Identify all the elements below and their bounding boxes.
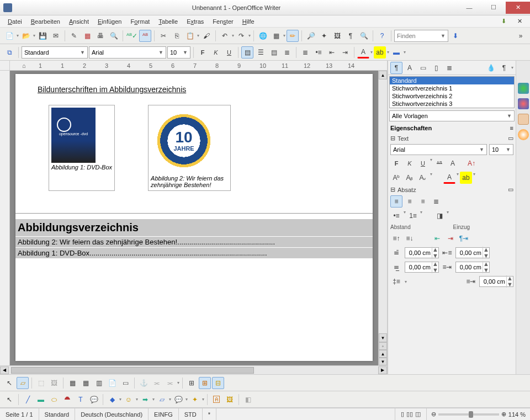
sb-italic-icon[interactable]: K xyxy=(404,157,416,169)
zoom-control[interactable]: ⊖ ⊕ 114 % xyxy=(427,411,530,418)
find-icon[interactable]: 🔎 xyxy=(305,30,317,42)
view-multi-icon[interactable]: ▯▯ xyxy=(406,411,413,418)
guides-icon[interactable]: ⊟ xyxy=(212,377,224,389)
collapse-icon[interactable]: ≡ xyxy=(510,125,513,131)
print-icon[interactable]: 🖶 xyxy=(94,30,107,42)
table-icon[interactable]: ▦ xyxy=(270,30,282,42)
view-book-icon[interactable]: ◫ xyxy=(415,411,421,418)
menu-ansicht[interactable]: Ansicht xyxy=(66,17,92,26)
sb-right-indent-icon[interactable]: ≡⇥ xyxy=(441,261,453,273)
edit-icon[interactable]: ✎ xyxy=(68,30,80,42)
sb-sub-icon[interactable]: Aᵦ xyxy=(404,172,416,184)
status-modified[interactable]: * xyxy=(203,408,216,420)
status-page[interactable]: Seite 1 / 1 xyxy=(0,408,39,420)
figure-1[interactable]: opensource -dvd Abbildung 1: DVD-Box xyxy=(49,105,115,191)
select-icon[interactable]: ↖ xyxy=(3,377,15,389)
copy-icon[interactable]: ⎘ xyxy=(171,30,183,42)
sb-spacing-inc-icon[interactable]: ≡↑ xyxy=(390,232,402,244)
status-view-icons[interactable]: ▯ ▯▯ ◫ xyxy=(395,408,427,420)
sb-align-right-icon[interactable]: ≡ xyxy=(417,195,429,208)
form-icon[interactable]: ▭ xyxy=(119,377,131,389)
basicshapes-icon[interactable]: ◆ xyxy=(106,394,118,406)
indent-left-spinner[interactable]: ▲▼ xyxy=(455,247,490,258)
email-icon[interactable]: ✉ xyxy=(50,30,62,42)
tbl2-icon[interactable]: ▦ xyxy=(80,377,92,389)
chain-icon[interactable]: ⫘ xyxy=(151,377,163,389)
nonprint-icon[interactable]: ¶ xyxy=(344,30,357,42)
italic-icon[interactable]: K xyxy=(210,46,222,59)
sb-align-center-icon[interactable]: ≡ xyxy=(404,195,416,208)
tab-char-styles-icon[interactable]: A xyxy=(404,62,416,74)
bullets-icon[interactable]: •≡ xyxy=(312,46,325,59)
sb-left-indent-icon[interactable]: ⇤≡ xyxy=(441,247,453,259)
list-item[interactable]: Stichwortverzeichnis 1 xyxy=(390,84,514,92)
tab-list-styles-icon[interactable]: ≣ xyxy=(443,62,455,74)
close-doc-icon[interactable]: ✕ xyxy=(514,17,526,26)
tab-page-styles-icon[interactable]: ▯ xyxy=(430,62,442,74)
zoom-slider[interactable] xyxy=(438,413,499,416)
list-item[interactable]: Standard xyxy=(390,77,514,84)
new-icon[interactable]: 📄 xyxy=(3,30,15,42)
pdf-icon[interactable]: ▦ xyxy=(81,30,93,42)
hyperlink-icon[interactable]: 🌐 xyxy=(257,30,269,42)
sb-shadow-icon[interactable]: A xyxy=(447,157,459,169)
save-icon[interactable]: 💾 xyxy=(36,30,49,42)
font-name-combo[interactable]: Arial▼ xyxy=(89,46,166,59)
brush-icon[interactable]: 🖌 xyxy=(200,30,213,42)
style-filter-combo[interactable]: Alle Vorlagen▼ xyxy=(389,110,515,121)
doc-icon[interactable]: 📄 xyxy=(106,377,118,389)
fontwork-icon[interactable]: 🄰 xyxy=(210,394,222,406)
open-icon[interactable]: 📂 xyxy=(20,30,32,42)
zoom-out-icon[interactable]: ⊖ xyxy=(431,411,436,418)
figure-2[interactable]: 10 JAHRE Abbildung 2: Wir feiern das zeh… xyxy=(148,105,231,191)
sb-highlight-icon[interactable]: ab xyxy=(460,172,472,184)
sb-spacing-dec-icon[interactable]: ≡↓ xyxy=(404,232,416,244)
menu-fenster[interactable]: Fenster xyxy=(209,17,236,26)
help-icon[interactable]: ? xyxy=(376,30,388,42)
toolbar-more-icon[interactable]: » xyxy=(515,30,527,42)
highlight-icon[interactable]: ab xyxy=(374,46,386,59)
cut-icon[interactable]: ✂ xyxy=(157,30,169,42)
maximize-button[interactable]: ☐ xyxy=(481,2,506,14)
sb-above-icon[interactable]: ≡̄ xyxy=(390,247,402,259)
sb-firstline-indent-icon[interactable]: ≡⇥ xyxy=(465,275,477,288)
zoom-value[interactable]: 114 % xyxy=(508,411,526,418)
indent-dec-icon[interactable]: ⇤ xyxy=(326,46,338,59)
unchain-icon[interactable]: ⫘ xyxy=(164,377,176,389)
indent-first-spinner[interactable]: ▲▼ xyxy=(479,276,513,287)
sb-firstline-icon[interactable]: ¶⇥ xyxy=(458,232,470,244)
font-color-icon[interactable]: A xyxy=(357,46,369,59)
close-button[interactable]: ✕ xyxy=(506,2,530,14)
paragraph-style-combo[interactable]: Standard▼ xyxy=(22,46,88,59)
align-center-icon[interactable]: ☰ xyxy=(255,46,267,59)
menu-format[interactable]: Format xyxy=(127,17,153,26)
line-icon[interactable]: ╱ xyxy=(22,394,34,406)
sidebar-size-combo[interactable]: 10▼ xyxy=(489,144,513,155)
list-item[interactable]: Stichwortverzeichnis 2 xyxy=(390,92,514,100)
from-file-icon[interactable]: 🖼 xyxy=(224,394,236,406)
zoom-in-icon[interactable]: ⊕ xyxy=(501,411,506,418)
styles-list[interactable]: Standard Stichwortverzeichnis 1 Stichwor… xyxy=(389,76,515,108)
status-language[interactable]: Deutsch (Deutschland) xyxy=(75,408,149,420)
polygon-icon[interactable]: ⯊ xyxy=(61,394,73,406)
indent-right-spinner[interactable]: ▲▼ xyxy=(455,262,490,273)
arrowshapes-icon[interactable]: ➡ xyxy=(139,394,151,406)
menu-tabelle[interactable]: Tabelle xyxy=(155,17,181,26)
spacing-above-spinner[interactable]: ▲▼ xyxy=(405,247,439,258)
sidebar-font-combo[interactable]: Arial▼ xyxy=(390,144,487,155)
sb-indent-dec-icon[interactable]: ⇤ xyxy=(431,232,443,244)
minimize-button[interactable]: — xyxy=(457,2,481,14)
align-left-icon[interactable]: ▤ xyxy=(241,46,253,59)
tab-frame-styles-icon[interactable]: ▭ xyxy=(417,62,429,74)
redo-icon[interactable]: ↷ xyxy=(235,30,247,42)
sb-bgcolor-icon[interactable]: ◨ xyxy=(433,210,446,222)
indent-inc-icon[interactable]: ⇥ xyxy=(339,46,351,59)
pointer-icon[interactable]: ↖ xyxy=(3,394,15,406)
sb-underline-icon[interactable]: U xyxy=(417,157,429,169)
rect-icon[interactable]: ▬ xyxy=(35,394,47,406)
list-item[interactable]: Stichwortverzeichnis 3 xyxy=(390,100,514,108)
undo-icon[interactable]: ↶ xyxy=(219,30,231,42)
section-icon[interactable]: ▥ xyxy=(93,377,105,389)
text-section-header[interactable]: ⊟Text ▭ xyxy=(388,134,516,143)
menu-datei[interactable]: Datei xyxy=(4,17,25,26)
